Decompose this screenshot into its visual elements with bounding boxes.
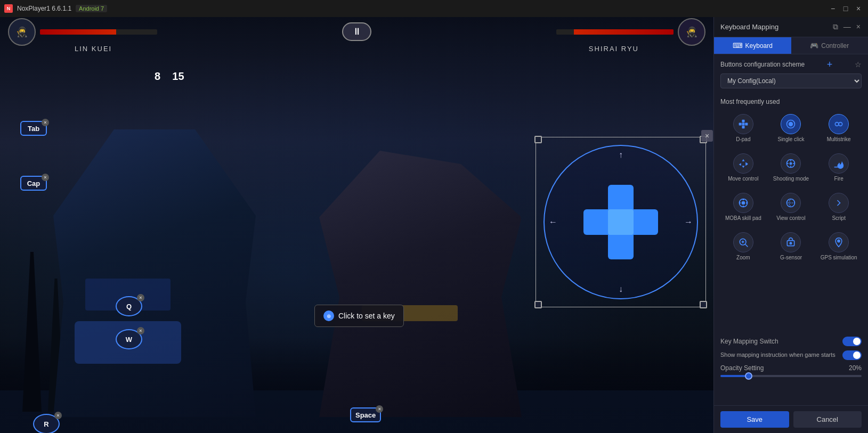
player1-healthbar-bg — [40, 29, 157, 35]
control-dpad[interactable]: D-pad — [720, 110, 766, 147]
dpad-overlay[interactable]: × ↑ ↓ ← → — [543, 145, 698, 299]
window-controls: − □ × — [828, 3, 864, 14]
tab-key-button[interactable]: × Tab — [20, 121, 47, 136]
control-fire[interactable]: Fire — [816, 149, 862, 186]
game-area: 🥷 ⏸ 🥷 — [0, 17, 713, 433]
player1-healthbar — [40, 29, 116, 35]
control-shooting[interactable]: Shooting mode — [768, 149, 814, 186]
control-move[interactable]: Move control — [720, 149, 766, 186]
moba-label: MOBA skill pad — [725, 215, 761, 222]
pause-area: ⏸ — [163, 22, 551, 41]
w-key-close[interactable]: × — [137, 327, 144, 334]
panel-restore-button[interactable]: ⧉ — [832, 21, 839, 32]
dpad-handle-tl[interactable] — [534, 136, 542, 143]
player2-avatar: 🥷 — [678, 18, 705, 46]
game-hud: 🥷 ⏸ 🥷 — [0, 17, 713, 46]
gps-icon — [829, 232, 849, 252]
dpad-close-button[interactable]: × — [701, 130, 713, 142]
opacity-slider-container — [720, 375, 862, 377]
player1-name: LIN KUEI — [75, 45, 112, 53]
svg-rect-2 — [745, 123, 748, 126]
panel-close-button[interactable]: × — [855, 21, 862, 32]
panel-footer: Save Cancel — [714, 405, 868, 433]
dpad-icon — [733, 114, 753, 134]
control-gsensor[interactable]: G-sensor — [768, 228, 814, 265]
q-key-close[interactable]: × — [137, 294, 144, 301]
player-names: LIN KUEI SHIRAI RYU — [0, 45, 713, 53]
moba-icon — [733, 193, 753, 213]
opacity-thumb[interactable] — [745, 372, 752, 380]
tooltip-icon: ⊕ — [323, 311, 334, 321]
view-icon — [781, 193, 801, 213]
svg-rect-1 — [739, 123, 741, 126]
control-view[interactable]: View control — [768, 189, 814, 226]
r-key-button[interactable]: × R — [33, 414, 60, 433]
player2-hud: 🥷 — [556, 18, 705, 46]
minimize-button[interactable]: − — [828, 3, 838, 14]
control-single-click[interactable]: Single click — [768, 110, 814, 147]
dpad-cross[interactable] — [583, 185, 658, 259]
bottom-settings: Key Mapping Switch Show mapping instruct… — [714, 331, 868, 406]
controller-tab[interactable]: 🎮 Controller — [791, 37, 869, 54]
config-section: Buttons configuration scheme + ☆ My Conf… — [714, 54, 868, 94]
panel-spacer — [714, 267, 868, 331]
main-layout: 🥷 ⏸ 🥷 — [0, 17, 868, 433]
player1-hud: 🥷 — [8, 18, 157, 46]
config-select[interactable]: My Config(Local) — [720, 73, 862, 88]
maximize-button[interactable]: □ — [840, 3, 851, 14]
favorite-button[interactable]: ☆ — [855, 60, 862, 69]
show-mapping-row: Show mapping instruction when game start… — [720, 350, 862, 360]
opacity-slider[interactable] — [720, 375, 862, 377]
control-gps[interactable]: GPS simulation — [816, 228, 862, 265]
zoom-label: Zoom — [736, 255, 750, 261]
single-click-icon — [781, 114, 801, 134]
svg-point-14 — [790, 162, 792, 164]
q-key-button[interactable]: × Q — [116, 296, 142, 316]
cap-key-close[interactable]: × — [42, 174, 49, 181]
svg-point-19 — [742, 206, 744, 207]
fire-icon — [829, 153, 849, 174]
save-button[interactable]: Save — [720, 411, 789, 428]
svg-point-8 — [839, 122, 842, 126]
pause-button[interactable]: ⏸ — [342, 22, 371, 41]
show-mapping-label: Show mapping instruction when game start… — [720, 351, 842, 358]
gsensor-label: G-sensor — [780, 255, 802, 261]
player1-avatar: 🥷 — [8, 18, 36, 46]
control-zoom[interactable]: Zoom — [720, 228, 766, 265]
svg-point-29 — [838, 240, 840, 242]
svg-point-7 — [835, 122, 839, 126]
player2-health-area — [556, 29, 674, 35]
svg-point-20 — [739, 202, 740, 203]
cancel-button[interactable]: Cancel — [793, 411, 862, 428]
keyboard-tab[interactable]: ⌨ Keyboard — [714, 37, 791, 54]
show-mapping-toggle[interactable] — [842, 350, 862, 360]
add-config-button[interactable]: + — [827, 60, 833, 69]
key-mapping-toggle[interactable] — [842, 337, 862, 346]
tab-key-close[interactable]: × — [42, 119, 49, 126]
dpad-handle-br[interactable] — [700, 301, 707, 308]
gps-label: GPS simulation — [821, 255, 857, 261]
player2-healthbar — [574, 29, 674, 35]
shooting-label: Shooting mode — [773, 176, 809, 182]
player2-character — [319, 140, 522, 417]
android-version: Android 7 — [76, 5, 107, 12]
control-script[interactable]: Script — [816, 189, 862, 226]
panel-header: Keyboard Mapping ⧉ — × — [714, 17, 868, 37]
mfu-title: Most frequently used — [714, 94, 868, 108]
dpad-handle-bl[interactable] — [534, 301, 542, 308]
panel-header-icons: ⧉ — × — [832, 21, 862, 32]
tooltip-text: Click to set a key — [338, 312, 395, 320]
control-moba[interactable]: MOBA skill pad — [720, 189, 766, 226]
view-label: View control — [776, 215, 805, 222]
r-key-close[interactable]: × — [54, 412, 62, 419]
w-key-button[interactable]: × W — [116, 329, 142, 349]
control-multistrike[interactable]: Multistrike — [816, 110, 862, 147]
dpad-center — [608, 209, 634, 235]
space-key-button[interactable]: × Space — [350, 407, 381, 422]
close-button[interactable]: × — [853, 3, 864, 14]
key-mapping-label: Key Mapping Switch — [720, 338, 842, 345]
cap-key-button[interactable]: × Cap — [20, 176, 47, 191]
panel-minimize-button[interactable]: — — [842, 21, 852, 32]
multistrike-label: Multistrike — [827, 136, 851, 143]
dpad-down-arrow: ↓ — [619, 284, 623, 294]
